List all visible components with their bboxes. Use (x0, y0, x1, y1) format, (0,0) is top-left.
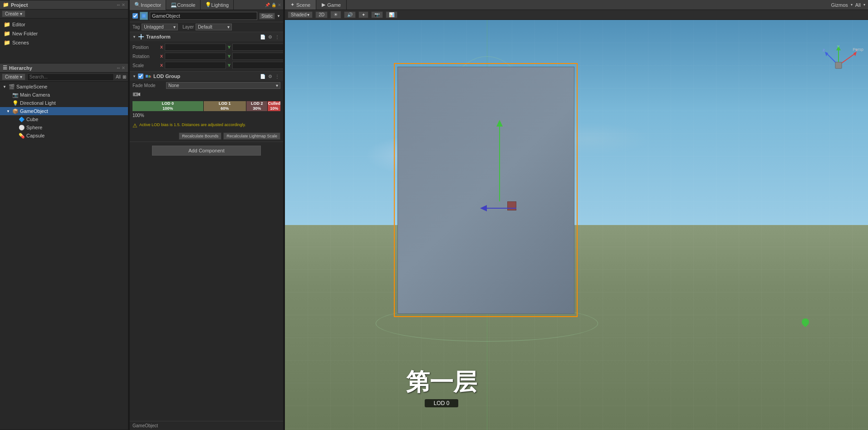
lod-segment-culled[interactable]: Culled 10% (268, 101, 280, 111)
svg-text:Y: Y (837, 45, 840, 49)
inspector-lock-icon[interactable]: 🔒 (271, 3, 276, 7)
camera-btn[interactable]: 📷 (371, 11, 383, 18)
scale-row: Scale X 1 Y 1 Z (132, 61, 280, 69)
lod-camera-icon (132, 91, 141, 98)
lod-segment-0[interactable]: LOD 0 100% (132, 101, 204, 111)
lod-object-3d[interactable] (397, 67, 574, 314)
tag-label: Tag (132, 24, 140, 29)
lod-active-checkbox[interactable] (138, 73, 143, 79)
transform-menu-btn[interactable]: ⋮ (274, 34, 280, 39)
go-type-icon (140, 12, 148, 20)
scale-y-input[interactable]: 1 (232, 62, 283, 69)
hierarchy-item-sample-scene[interactable]: ▼ 🎬 SampleScene (0, 83, 128, 91)
scale-y-label: Y (227, 63, 231, 68)
rot-x-label: X (159, 54, 164, 59)
lod-script-btn[interactable]: 📄 (259, 74, 266, 79)
tag-layer-row: Tag Untagged ▾ Layer Default ▾ (130, 22, 283, 32)
gameobject-name-input[interactable]: GameObject (150, 12, 257, 20)
tab-lighting[interactable]: 💡 Lighting (201, 0, 234, 10)
stats-btn[interactable]: 📊 (386, 11, 397, 18)
capsule-icon: 💊 (19, 133, 25, 139)
transform-settings-btn[interactable]: ⚙ (267, 34, 273, 39)
lod-current-pct: 100% (132, 113, 144, 118)
audio-toggle-btn[interactable]: 🔊 (344, 11, 356, 18)
svg-rect-1 (142, 15, 145, 17)
ground-layer (285, 225, 868, 430)
shaded-label: Shaded (291, 12, 306, 17)
directional-light-icon: 💡 (12, 100, 19, 106)
rot-x-input[interactable]: 0 (165, 53, 226, 60)
hierarchy-item-sphere[interactable]: ⚪ Sphere (0, 123, 128, 132)
tag-dropdown[interactable]: Untagged ▾ (142, 24, 178, 30)
rot-y-input[interactable]: 0 (232, 53, 283, 60)
lod-settings-btn[interactable]: ⚙ (267, 74, 273, 79)
rotation-label: Rotation (132, 54, 157, 59)
hierarchy-item-game-object[interactable]: ▼ 📦 GameObject (0, 107, 128, 115)
tab-game[interactable]: ▶ Game (316, 0, 347, 10)
project-item-new-folder[interactable]: 📁 New Folder (2, 29, 126, 38)
scene-viewport[interactable]: 第一层 LOD 0 X Y Z (285, 20, 868, 430)
tab-scene[interactable]: ✦ Scene (285, 0, 316, 10)
scale-x-input[interactable]: 1 (165, 62, 226, 69)
project-item-scenes[interactable]: 📁 Scenes (2, 39, 126, 47)
lighting-toggle-btn[interactable]: ☀ (330, 11, 341, 19)
hierarchy-filter-icon[interactable]: ⊞ (123, 74, 126, 79)
lod0-label: LOD 0 (162, 101, 174, 106)
gizmos-dropdown[interactable]: ▾ (851, 3, 853, 7)
game-tab-icon: ▶ (322, 2, 325, 8)
recalc-bounds-button[interactable]: Recalculate Bounds (179, 132, 221, 140)
gizmos-label[interactable]: Gizmos (831, 2, 848, 8)
transform-fields: Position X 0 Y 0 Z (130, 41, 283, 71)
hierarchy-all-label[interactable]: All (116, 74, 121, 79)
static-dropdown-arrow[interactable]: ▼ (277, 14, 280, 18)
directional-light-label: Directional Light (20, 100, 56, 106)
lod-menu-btn[interactable]: ⋮ (274, 74, 280, 79)
hierarchy-item-cube[interactable]: 🔷 Cube (0, 115, 128, 123)
transform-expand-arrow: ▼ (132, 35, 136, 39)
rotation-row: Rotation X 0 Y 0 Z (132, 52, 280, 60)
pos-x-input[interactable]: 0 (165, 44, 226, 51)
tab-inspector[interactable]: 🔍 Inspector (130, 0, 166, 10)
culled-pct: 10% (270, 106, 278, 111)
lod1-label: LOD 1 (219, 101, 231, 106)
add-component-button[interactable]: Add Component (152, 146, 261, 156)
game-object-arrow: ▼ (6, 109, 11, 113)
footer-gameobject-name: GameObject (132, 423, 158, 428)
lod-badge: LOD 0 (425, 399, 459, 407)
transform-component: ▼ Transform 📄 ⚙ ⋮ (130, 32, 283, 72)
fade-mode-dropdown[interactable]: None ▾ (166, 82, 280, 89)
hierarchy-item-main-camera[interactable]: 📷 Main Camera (0, 91, 128, 99)
all-dropdown[interactable]: ▾ (863, 3, 865, 7)
transform-title: Transform (146, 34, 257, 39)
lod-segment-1[interactable]: LOD 1 60% (204, 101, 246, 111)
transform-header[interactable]: ▼ Transform 📄 ⚙ ⋮ (130, 32, 283, 41)
inspector-footer: GameObject (130, 421, 283, 430)
project-create-button[interactable]: Create ▾ (2, 10, 25, 17)
inspector-pin-icon[interactable]: 📌 (265, 3, 270, 7)
pos-y-input[interactable]: 0 (232, 44, 283, 51)
static-button[interactable]: Static (259, 13, 275, 20)
project-panel-close[interactable]: ✕ (122, 3, 125, 7)
lod-group-header[interactable]: ▼ LOD Group 📄 ⚙ ⋮ (130, 72, 283, 81)
hierarchy-item-directional-light[interactable]: 💡 Directional Light (0, 99, 128, 107)
all-label[interactable]: All (855, 2, 861, 8)
go-active-checkbox[interactable] (132, 13, 138, 19)
inspector-close-icon[interactable]: ✕ (278, 3, 281, 7)
scene-tab-icon: ✦ (290, 2, 294, 8)
hierarchy-close[interactable]: ✕ (122, 66, 125, 70)
recalc-lightmap-button[interactable]: Recalculate Lightmap Scale (223, 132, 280, 140)
transform-script-btn[interactable]: 📄 (259, 34, 266, 39)
tab-console[interactable]: 💻 Console (166, 0, 200, 10)
editor-folder-icon: 📁 (4, 21, 10, 28)
layer-dropdown[interactable]: Default ▾ (196, 24, 232, 30)
hierarchy-search-input[interactable] (27, 73, 114, 81)
hierarchy-item-capsule[interactable]: 💊 Capsule (0, 132, 128, 140)
hierarchy-create-button[interactable]: Create ▾ (2, 73, 25, 80)
2d-button[interactable]: 2D (315, 11, 328, 18)
lighting-tab-icon: 💡 (205, 2, 211, 8)
lod-segment-2[interactable]: LOD 2 30% (246, 101, 268, 111)
lod-bar-area: LOD 0 100% LOD 1 60% LOD 2 30% Culled (130, 99, 283, 121)
effects-toggle-btn[interactable]: ✦ (358, 11, 368, 18)
shaded-dropdown-btn[interactable]: Shaded ▾ (288, 11, 313, 18)
project-item-editor[interactable]: 📁 Editor (2, 20, 126, 29)
